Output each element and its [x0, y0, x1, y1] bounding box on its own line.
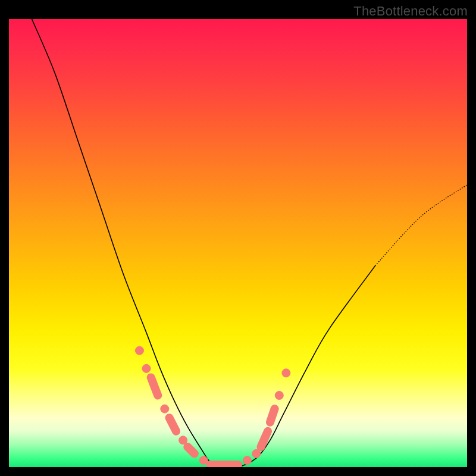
curve-marker-dot: [161, 405, 169, 413]
curve-left-branch: [32, 19, 376, 467]
curve-marker-dot: [275, 392, 283, 400]
curve-marker-dot: [135, 346, 143, 355]
curve-marker-pill: [170, 418, 177, 431]
curve-marker-pill: [151, 377, 158, 395]
curve-marker-dot: [142, 364, 151, 372]
watermark-text: TheBottleneck.com: [353, 4, 468, 19]
curve-marker-dot: [282, 369, 290, 377]
chart-frame: TheBottleneck.com: [0, 0, 476, 476]
curve-marker-dot: [199, 456, 208, 465]
bottleneck-curve: [32, 19, 468, 467]
curve-right-branch: [375, 185, 467, 266]
curve-svg: [9, 19, 467, 467]
curve-marker-pill: [270, 409, 275, 422]
curve-marker-dot: [243, 456, 251, 465]
curve-marker-pill: [187, 447, 195, 453]
plot-area: [9, 19, 467, 467]
